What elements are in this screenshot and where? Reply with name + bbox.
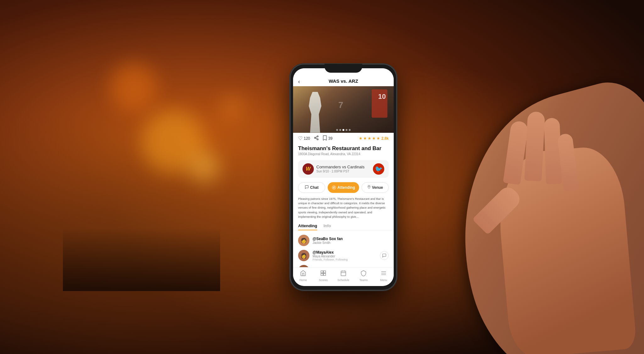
bokeh-3 — [189, 151, 220, 183]
chat-icon — [305, 185, 309, 190]
match-info: Commanders vs Cardinals Sun 9/10 · 1:00P… — [316, 165, 370, 173]
info-tab-label: Info — [324, 223, 331, 228]
attendee-info-1: @SeaBo Sox fan Jackie Smith — [313, 237, 389, 244]
phone-frame: ‹ WAS vs. ARZ 7 10 — [290, 64, 397, 290]
dot-1 — [336, 129, 338, 131]
menu-label: Menu — [380, 278, 387, 282]
save-count: 39 — [328, 136, 332, 141]
match-time: Sun 9/10 · 1:00PM PST — [316, 170, 370, 173]
heart-icon: ♡ — [298, 135, 303, 141]
svg-point-2 — [317, 138, 318, 140]
share-button[interactable] — [314, 135, 319, 142]
svg-rect-7 — [324, 271, 326, 273]
attendee-row-1: 🧑 @SeaBo Sox fan Jackie Smith — [293, 233, 394, 248]
action-buttons-row: Chat ✓ Attending Venue — [293, 180, 394, 195]
back-button[interactable]: ‹ — [298, 78, 300, 85]
finger-2 — [524, 111, 545, 182]
svg-rect-6 — [321, 271, 323, 273]
tab-info[interactable]: Info — [324, 222, 331, 230]
likes-button[interactable]: ♡ 120 — [298, 135, 310, 141]
svg-line-4 — [316, 137, 317, 138]
svg-point-5 — [369, 186, 369, 187]
nav-item-menu[interactable]: Menu — [374, 270, 394, 282]
bokeh-2 — [110, 63, 157, 110]
action-bar: ♡ 120 — [293, 133, 394, 144]
bokeh-4 — [220, 94, 245, 120]
attendee-avatar-3: 👩 — [298, 265, 309, 267]
away-team: Cardinals — [347, 165, 364, 169]
dot-5 — [349, 129, 351, 131]
hero-player-number: 7 — [338, 100, 343, 110]
vs-text: vs — [342, 165, 347, 169]
hero-dots — [336, 129, 351, 131]
venue-description: Pleasing patrons since 1975, Theismann's… — [293, 195, 394, 222]
save-button[interactable]: 39 — [323, 135, 332, 142]
nav-item-schedule[interactable]: Schedule — [333, 270, 353, 282]
svg-rect-8 — [321, 273, 323, 275]
rating-row: ★ ★ ★ ★ ★ 2.8k — [359, 136, 389, 141]
venue-label: Venue — [372, 185, 383, 190]
message-button-2[interactable] — [380, 251, 389, 260]
notch — [325, 64, 362, 73]
commanders-logo: W — [303, 163, 314, 175]
scores-icon — [320, 270, 326, 278]
venue-pin-icon — [367, 185, 371, 190]
teams-label: Teams — [359, 278, 368, 282]
star-2: ★ — [363, 136, 367, 141]
svg-rect-10 — [341, 271, 346, 276]
dot-4 — [346, 129, 347, 131]
phone-screen: ‹ WAS vs. ARZ 7 10 — [293, 68, 394, 286]
attendee-info-2: @MayaAlex Maya Alexander Friends, Follow… — [313, 250, 377, 261]
attendee-handle-2: @MayaAlex — [313, 250, 377, 255]
venue-address: 1800A Diagonal Road, Alexandria, VA 2231… — [298, 152, 389, 156]
cardinals-logo: 🐦 — [373, 163, 384, 175]
check-icon: ✓ — [332, 185, 336, 190]
svg-rect-9 — [324, 273, 326, 275]
attendee-info-3: @TraciLeo Traci Leonard — [313, 267, 389, 267]
attendee-handle-3: @TraciLeo — [313, 267, 389, 267]
scores-label: Scores — [319, 278, 328, 282]
venue-name: Theismann's Restaurant and Bar — [298, 145, 389, 152]
likes-count: 120 — [304, 136, 310, 141]
attending-label: Attending — [337, 185, 355, 190]
hero-image: 7 10 — [293, 86, 394, 133]
star-4: ★ — [372, 136, 376, 141]
attendee-avatar-2: 👩 — [298, 250, 309, 261]
home-team: Commanders — [316, 165, 341, 169]
bottom-nav: Home Scores — [293, 267, 394, 286]
schedule-icon — [340, 270, 347, 278]
venue-button[interactable]: Venue — [362, 182, 389, 193]
attending-tab-label: Attending — [298, 223, 317, 228]
phone-container: ‹ WAS vs. ARZ 7 10 — [290, 64, 397, 290]
venue-info: Theismann's Restaurant and Bar 1800A Dia… — [293, 144, 394, 158]
attendee-status-2: Friends, Follower, Following — [313, 258, 377, 261]
star-1: ★ — [359, 136, 363, 141]
background-people — [63, 228, 220, 291]
star-5: ★ — [376, 136, 380, 141]
attendee-row-2: 👩 @MayaAlex Maya Alexander Friends, Foll… — [293, 248, 394, 263]
home-label: Home — [299, 278, 307, 282]
cardinal-bird-icon: 🐦 — [375, 165, 383, 173]
chat-button[interactable]: Chat — [298, 182, 325, 193]
attendee-handle-1: @SeaBo Sox fan — [313, 237, 389, 241]
dot-3-active — [342, 129, 344, 131]
rating-count: 2.8k — [381, 136, 389, 141]
chat-label: Chat — [310, 185, 319, 190]
star-3: ★ — [368, 136, 371, 141]
svg-point-1 — [314, 137, 316, 138]
bookmark-icon — [323, 135, 327, 142]
header-title: WAS vs. ARZ — [329, 78, 358, 84]
match-teams: Commanders vs Cardinals — [316, 165, 370, 169]
tab-attending[interactable]: Attending — [298, 222, 317, 230]
svg-line-3 — [316, 138, 317, 139]
attendee-row-3: 👩 @TraciLeo Traci Leonard — [293, 263, 394, 267]
nav-item-teams[interactable]: Teams — [353, 270, 374, 282]
nav-item-scores[interactable]: Scores — [313, 270, 333, 282]
dot-2 — [339, 129, 341, 131]
hero-jersey-number: 10 — [378, 93, 386, 101]
attendee-name-1: Jackie Smith — [313, 241, 389, 244]
attending-button[interactable]: ✓ Attending — [328, 182, 359, 193]
match-card: W Commanders vs Cardinals Sun 9/10 · 1:0… — [298, 160, 389, 178]
nav-item-home[interactable]: Home — [293, 270, 313, 282]
attending-list: 🧑 @SeaBo Sox fan Jackie Smith 👩 — [293, 230, 394, 267]
